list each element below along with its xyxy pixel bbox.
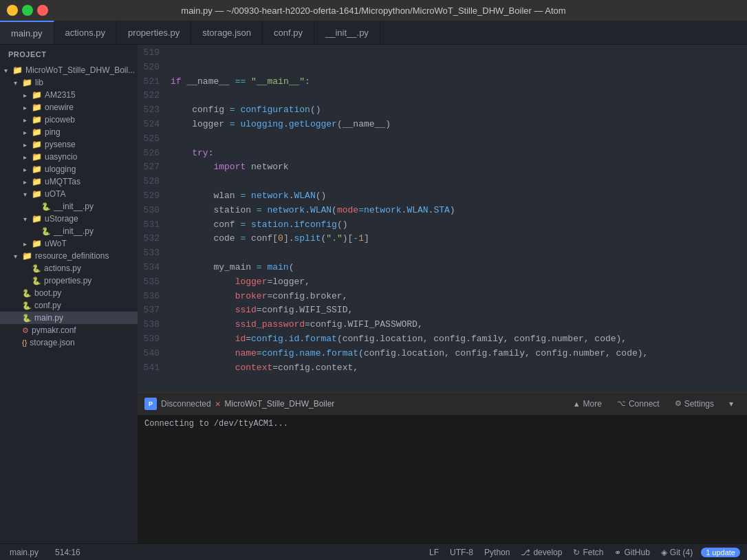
sidebar: Project ▾📁 MicroWoT_Stille_DHW_Boil...▾📁… (0, 45, 138, 543)
sidebar-item-uWoT[interactable]: ▸📁 uWoT (0, 237, 138, 250)
sidebar-item-properties-py[interactable]: 🐍properties.py (0, 274, 138, 287)
sidebar-item-actions-py[interactable]: 🐍actions.py (0, 262, 138, 274)
title-bar: main.py — ~/00930-heart-h2020-oferta-164… (0, 0, 747, 21)
more-button[interactable]: ▲ More (566, 397, 609, 411)
expand-button[interactable]: ▾ (722, 397, 740, 411)
status-update[interactable]: 1 update (701, 548, 740, 557)
device-name: MicroWoT_Stille_DHW_Boiler (225, 399, 335, 409)
sidebar-item-uasyncio[interactable]: ▸📁 uasyncio (0, 151, 138, 163)
editor-area: 5195205215225235245255265275285295305315… (138, 45, 747, 543)
sidebar-item-label: conf.py (34, 301, 61, 310)
status-encoding[interactable]: UTF-8 (447, 548, 476, 557)
sidebar-item-label: AM2315 (45, 90, 76, 100)
sidebar-item-picoweb[interactable]: ▸📁 picoweb (0, 114, 138, 126)
status-git[interactable]: ◈ Git (4) (658, 548, 695, 557)
folder-icon: 📁 (32, 164, 42, 174)
line-number: 541 (143, 361, 160, 376)
settings-label: Settings (684, 399, 714, 409)
code-line: wlan = network.WLAN() (171, 189, 747, 204)
folder-icon: 📁 (32, 214, 42, 224)
tab-properties-py[interactable]: properties.py (117, 21, 191, 44)
branch-label: develop (533, 548, 562, 557)
more-icon: ▲ (573, 400, 581, 408)
sidebar-item-AM2315[interactable]: ▸📁 AM2315 (0, 89, 138, 101)
sidebar-item-resource-definitions[interactable]: ▾📁 resource_definitions (0, 250, 138, 262)
file-icon: 🐍 (22, 289, 32, 298)
sidebar-item-onewire[interactable]: ▸📁 onewire (0, 101, 138, 114)
code-line (171, 175, 747, 189)
tab-storage-json[interactable]: storage.json (191, 21, 263, 44)
folder-arrow: ▸ (23, 91, 32, 99)
code-line: name=config.name.format(config.location,… (171, 347, 747, 361)
minimize-button[interactable] (7, 5, 18, 16)
folder-icon: 📁 (12, 65, 23, 75)
status-position[interactable]: 514:16 (52, 548, 83, 557)
terminal-output[interactable]: Connecting to /dev/ttyACM1... (138, 415, 747, 543)
window-controls[interactable] (7, 5, 48, 16)
code-line: config = configuration() (171, 103, 747, 118)
sidebar-item---init---py[interactable]: 🐍__init__.py (0, 200, 138, 213)
code-line: context=config.context, (171, 361, 747, 376)
sidebar-item-pysense[interactable]: ▸📁 pysense (0, 138, 138, 151)
status-branch[interactable]: ⎇ develop (518, 548, 565, 557)
code-line: try: (171, 147, 747, 161)
terminal-panel: P Disconnected ✕ MicroWoT_Stille_DHW_Boi… (138, 392, 747, 543)
status-file[interactable]: main.py (7, 548, 41, 557)
fetch-label: Fetch (583, 548, 603, 557)
sidebar-item-label: uMQTTas (45, 177, 80, 186)
sidebar-item-uStorage[interactable]: ▾📁 uStorage (0, 213, 138, 225)
sidebar-item-uMQTTas[interactable]: ▸📁 uMQTTas (0, 175, 138, 188)
folder-icon: 📁 (32, 140, 42, 149)
sidebar-item-label: actions.py (44, 263, 81, 273)
status-fetch[interactable]: ↻ Fetch (570, 548, 606, 557)
sidebar-item-label: resource_definitions (35, 251, 109, 261)
settings-button[interactable]: ⚙ Settings (668, 397, 721, 411)
file-icon: 🐍 (22, 301, 32, 310)
line-numbers: 5195205215225235245255265275285295305315… (138, 45, 165, 392)
sidebar-item-storage-json[interactable]: {}storage.json (0, 336, 138, 349)
code-content[interactable]: if __name__ == "__main__": config = conf… (165, 45, 747, 392)
sidebar-item-ulogging[interactable]: ▸📁 ulogging (0, 163, 138, 175)
sidebar-item-ping[interactable]: ▸📁 ping (0, 126, 138, 138)
tab-bar: main.pyactions.pyproperties.pystorage.js… (0, 21, 747, 45)
close-button[interactable] (37, 5, 48, 16)
sidebar-item-boot-py[interactable]: 🐍boot.py (0, 287, 138, 299)
sidebar-item-label: MicroWoT_Stille_DHW_Boil... (25, 65, 135, 75)
line-number: 521 (143, 75, 160, 89)
line-number: 537 (143, 303, 160, 318)
git-icon: ◈ (661, 548, 667, 557)
sidebar-item-uOTA[interactable]: ▾📁 uOTA (0, 188, 138, 200)
folder-arrow: ▸ (23, 141, 32, 149)
sidebar-item-pymakr-conf[interactable]: ⚙pymakr.conf (0, 324, 138, 336)
sidebar-item-label: lib (35, 78, 43, 87)
folder-icon: 📁 (32, 115, 42, 125)
github-icon: ⚭ (614, 548, 621, 557)
terminal-actions: ▲ More ⌥ Connect ⚙ Settings ▾ (566, 397, 740, 411)
sidebar-item-label: uasyncio (45, 152, 77, 162)
status-line-ending[interactable]: LF (426, 548, 442, 557)
connect-button[interactable]: ⌥ Connect (610, 397, 667, 411)
status-github[interactable]: ⚭ GitHub (611, 548, 652, 557)
sidebar-item-MicroWoT-Stille-DHW-Boil---[interactable]: ▾📁 MicroWoT_Stille_DHW_Boil... (0, 64, 138, 76)
sidebar-item-lib[interactable]: ▾📁 lib (0, 76, 138, 89)
file-icon: 🐍 (32, 277, 41, 286)
sidebar-item-main-py[interactable]: 🐍main.py (0, 312, 138, 324)
tab---init---py[interactable]: __init__.py (314, 21, 380, 44)
code-editor[interactable]: 5195205215225235245255265275285295305315… (138, 45, 747, 392)
code-line: logger=logger, (171, 275, 747, 290)
line-number: 522 (143, 89, 160, 103)
folder-arrow: ▾ (23, 191, 32, 198)
sidebar-tree: ▾📁 MicroWoT_Stille_DHW_Boil...▾📁 lib▸📁 A… (0, 64, 138, 349)
maximize-button[interactable] (22, 5, 33, 16)
sidebar-item-conf-py[interactable]: 🐍conf.py (0, 299, 138, 312)
tab-actions-py[interactable]: actions.py (54, 21, 118, 44)
line-number: 524 (143, 118, 160, 132)
sidebar-item---init---py[interactable]: 🐍__init__.py (0, 225, 138, 237)
file-icon: {} (22, 338, 27, 347)
status-language[interactable]: Python (481, 548, 512, 557)
line-number: 539 (143, 332, 160, 347)
tab-conf-py[interactable]: conf.py (263, 21, 314, 44)
tab-main-py[interactable]: main.py (0, 21, 54, 44)
line-number: 536 (143, 290, 160, 304)
code-line (171, 246, 747, 261)
